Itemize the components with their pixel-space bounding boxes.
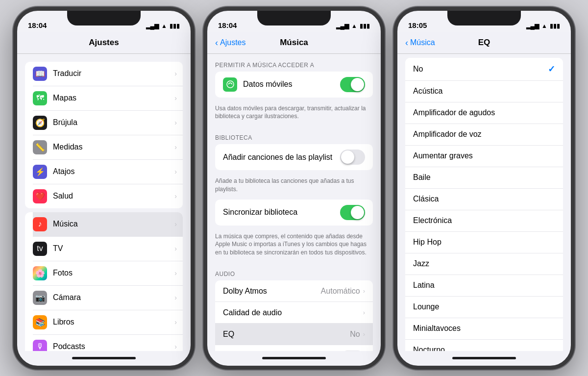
settings-item-podcasts[interactable]: 🎙 Podcasts › [33,335,183,351]
audio-label: Calidad de audio [223,308,363,317]
eq-item-jazz[interactable]: Jazz [405,253,563,275]
datos-toggle[interactable] [340,77,365,92]
back-chevron-2: ‹ [215,38,218,48]
eq-item-baile[interactable]: Baile [405,167,563,189]
eq-item-latina[interactable]: Latina [405,275,563,297]
wifi-icon: ▲ [161,23,167,29]
audio-chevron: › [363,309,365,316]
iphone-3: 18:05 ▂▄▆ ▲ ▮▮▮ ‹ Música EQ No ✓ Acústic… [393,7,575,370]
volume-item[interactable]: Ajuste de volumen [215,345,373,351]
podcasts-icon: 🎙 [33,340,47,351]
playlist-thumb [341,150,354,164]
screen-content-1: 📖 Traducir › 🗺 Mapas › 🧭 Brújula › 📏 Med… [17,54,191,351]
camara-label: Cámara [53,293,172,302]
eq-label: EQ [223,330,350,339]
audio-item[interactable]: Calidad de audio › [215,302,373,324]
eq-item-electronica[interactable]: Electrónica [405,210,563,232]
podcasts-chevron: › [174,343,177,351]
eq-list: No ✓ Acústica Amplificador de agudos Amp… [397,54,571,351]
settings-item-libros[interactable]: 📚 Libros › [33,310,183,335]
eq-item-clasica[interactable]: Clásica [405,189,563,210]
salud-chevron: › [174,192,177,200]
settings-item-brujula[interactable]: 🧭 Brújula › [33,111,183,135]
wifi-icon-3: ▲ [541,23,547,29]
settings-item-fotos[interactable]: 🌸 Fotos › [33,261,183,286]
settings-item-atajos[interactable]: ⚡ Atajos › [33,160,183,184]
traducir-label: Traducir [53,69,172,78]
eq-label-electronica: Electrónica [413,216,555,225]
status-icons-3: ▂▄▆ ▲ ▮▮▮ [526,23,560,29]
section-header-1: PERMITIR A MÚSICA ACCEDER A [207,54,381,72]
settings-item-mapas[interactable]: 🗺 Mapas › [33,86,183,111]
eq-label-graves: Aumentar graves [413,151,555,160]
fotos-chevron: › [174,269,177,277]
tv-chevron: › [174,245,177,252]
eq-item-agudos[interactable]: Amplificador de agudos [405,102,563,124]
music-section-1: Datos móviles [215,72,373,98]
libros-icon: 📚 [33,315,47,329]
dolby-item[interactable]: Dolby Atmos Automático › [215,280,373,302]
eq-label-lounge: Lounge [413,302,555,311]
medidas-chevron: › [174,143,177,151]
screen-content-3: No ✓ Acústica Amplificador de agudos Amp… [397,54,571,351]
signal-icon: ▂▄▆ [146,23,159,29]
traducir-chevron: › [174,70,177,77]
nav-bar-3: ‹ Música EQ [397,32,571,54]
dolby-value: Automático [321,287,360,296]
eq-label-minialt: Minialtavoces [413,324,555,333]
musica-label: Música [53,220,172,228]
eq-item-hiphop[interactable]: Hip Hop [405,232,563,253]
wifi-icon-2: ▲ [351,23,357,29]
eq-item-nocturno[interactable]: Nocturno [405,340,563,351]
settings-item-camara[interactable]: 📷 Cámara › [33,286,183,310]
home-bar-3 [452,357,516,359]
eq-label-voz: Amplificador de voz [413,130,555,139]
eq-item-lounge[interactable]: Lounge [405,297,563,318]
eq-label-nocturno: Nocturno [413,346,555,351]
nav-back-2[interactable]: ‹ Ajustes [215,38,245,48]
datos-footer: Usa datos móviles para descargar, transm… [207,101,381,127]
settings-item-tv[interactable]: tv TV › [33,237,183,261]
brujula-icon: 🧭 [33,116,47,130]
settings-item-medidas[interactable]: 📏 Medidas › [33,135,183,160]
sync-toggle[interactable] [340,205,365,220]
music-section-audio: Dolby Atmos Automático › Calidad de audi… [215,280,373,351]
eq-item[interactable]: EQ No › [215,324,373,345]
settings-item-traducir[interactable]: 📖 Traducir › [33,62,183,86]
settings-list-1: 📖 Traducir › 🗺 Mapas › 🧭 Brújula › 📏 Med… [17,54,191,351]
signal-icon-2: ▂▄▆ [336,23,349,29]
back-chevron-3: ‹ [405,38,408,48]
settings-item-salud[interactable]: ❤️ Salud › [33,184,183,208]
eq-section-group: No ✓ Acústica Amplificador de agudos Amp… [405,58,563,351]
eq-item-no[interactable]: No ✓ [405,58,563,81]
playlist-toggle[interactable] [340,150,365,165]
eq-item-voz[interactable]: Amplificador de voz [405,124,563,146]
home-indicator-3 [397,351,571,366]
playlist-item[interactable]: Añadir canciones de las playlist [215,144,373,170]
datos-item[interactable]: Datos móviles [215,72,373,98]
settings-group-2: ♪ Música › tv TV › 🌸 Fotos › 📷 Cámara [25,212,183,351]
notch-1 [67,11,141,25]
datos-icon [223,77,237,92]
battery-icon-2: ▮▮▮ [360,23,370,29]
mapas-icon: 🗺 [33,91,47,105]
nav-back-3[interactable]: ‹ Música [405,38,435,48]
datos-label: Datos móviles [243,80,340,89]
salud-label: Salud [53,192,172,201]
atajos-label: Atajos [53,167,172,176]
battery-icon-3: ▮▮▮ [550,23,560,29]
eq-label-no: No [413,65,548,74]
eq-item-acustica[interactable]: Acústica [405,81,563,102]
mapas-chevron: › [174,94,177,102]
notch-3 [447,11,521,25]
home-bar-1 [72,357,136,359]
time-1: 18:04 [28,21,47,29]
eq-label-jazz: Jazz [413,259,555,268]
nav-bar-1: Ajustes [17,32,191,54]
eq-item-graves[interactable]: Aumentar graves [405,146,563,167]
sync-thumb [351,206,364,219]
eq-chevron: › [363,330,365,338]
sync-item[interactable]: Sincronizar biblioteca [215,200,373,226]
eq-item-minialt[interactable]: Minialtavoces [405,318,563,340]
settings-item-musica[interactable]: ♪ Música › [33,212,183,237]
